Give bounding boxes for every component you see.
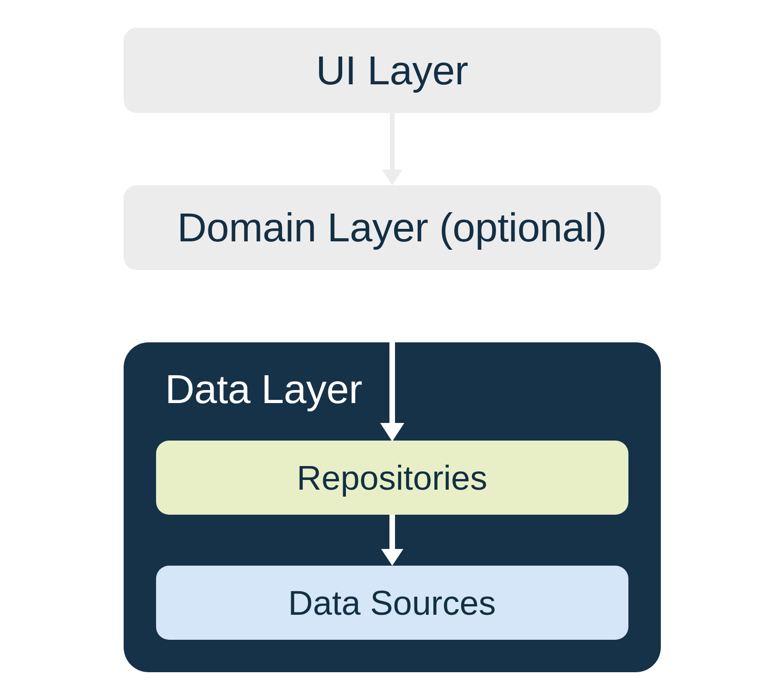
repositories-box: Repositories bbox=[156, 441, 628, 515]
arrow-down-icon bbox=[390, 113, 395, 185]
ui-layer-label: UI Layer bbox=[316, 47, 468, 94]
data-sources-box: Data Sources bbox=[156, 566, 628, 640]
arrow-repo-to-sources bbox=[156, 515, 628, 566]
arrow-down-icon bbox=[390, 270, 395, 441]
data-layer-title: Data Layer bbox=[165, 366, 628, 413]
arrow-ui-to-domain bbox=[390, 113, 395, 185]
arrow-domain-to-data-wrapper bbox=[120, 270, 664, 342]
domain-layer-box: Domain Layer (optional) bbox=[124, 185, 661, 271]
domain-layer-label: Domain Layer (optional) bbox=[177, 204, 607, 251]
arrow-down-icon bbox=[389, 515, 395, 566]
ui-layer-box: UI Layer bbox=[124, 28, 661, 113]
data-sources-label: Data Sources bbox=[288, 583, 495, 623]
repositories-label: Repositories bbox=[297, 458, 487, 498]
